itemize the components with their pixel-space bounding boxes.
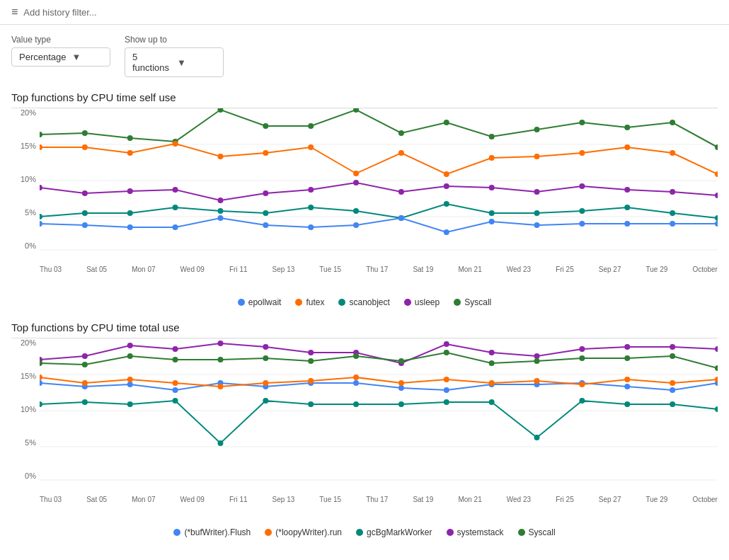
- svg-point-11: [308, 123, 314, 129]
- y2-label-5: 5%: [11, 438, 36, 447]
- svg-point-31: [489, 155, 495, 161]
- x-label: Wed 23: [507, 265, 531, 273]
- svg-point-26: [263, 150, 268, 156]
- legend-label-futex: futex: [306, 297, 324, 307]
- svg-point-10: [263, 123, 268, 129]
- x2-label: Sep 27: [599, 496, 621, 503]
- svg-point-80: [534, 222, 540, 228]
- y2-label-15: 15%: [11, 372, 36, 380]
- svg-point-168: [670, 401, 675, 407]
- chart2-y-axis: 20% 15% 10% 5% 0%: [11, 338, 36, 480]
- legend2-label-syscall2: Syscall: [529, 527, 556, 537]
- svg-point-115: [444, 350, 449, 355]
- svg-point-47: [489, 185, 495, 190]
- svg-point-95: [263, 344, 268, 350]
- x-label: October: [692, 265, 718, 273]
- svg-point-58: [263, 210, 268, 216]
- svg-point-94: [217, 341, 223, 346]
- svg-point-107: [82, 362, 88, 367]
- svg-point-67: [670, 210, 675, 216]
- svg-point-63: [489, 210, 495, 216]
- svg-point-23: [127, 150, 133, 156]
- chart2-syscall-line: [40, 353, 718, 368]
- legend2-loopy: (*loopyWriter).run: [265, 527, 342, 537]
- svg-point-103: [624, 344, 630, 350]
- svg-point-135: [624, 384, 630, 389]
- x2-label: Sat 19: [413, 496, 433, 503]
- svg-point-70: [82, 222, 88, 228]
- svg-point-130: [398, 385, 404, 391]
- svg-point-56: [173, 205, 178, 210]
- chart1-futex-line: [40, 144, 718, 174]
- chart2-area: 20% 15% 10% 5% 0%: [11, 338, 718, 494]
- svg-point-60: [353, 208, 359, 214]
- svg-point-22: [82, 144, 88, 150]
- show-up-to-value: 5 functions: [132, 52, 171, 73]
- svg-point-91: [82, 353, 88, 359]
- svg-point-125: [173, 387, 178, 393]
- svg-point-30: [444, 171, 449, 177]
- svg-point-51: [670, 189, 675, 195]
- x-label: Tue 15: [319, 265, 341, 273]
- svg-point-25: [217, 154, 223, 159]
- legend2-dot-syscall2: [518, 529, 525, 536]
- legend-label-usleep: usleep: [415, 297, 440, 307]
- legend2-dot-gcbg: [356, 529, 363, 536]
- svg-point-39: [127, 188, 133, 194]
- svg-point-6: [82, 130, 88, 136]
- svg-point-116: [489, 360, 495, 366]
- chart1-container: 20% 15% 10% 5% 0%: [11, 108, 718, 292]
- chart2-gcbg-line: [40, 401, 718, 443]
- x-label: Thu 17: [366, 265, 388, 273]
- svg-point-41: [217, 198, 223, 203]
- svg-point-62: [444, 201, 449, 207]
- legend2-label-systemstack: systemstack: [457, 527, 504, 537]
- svg-point-38: [82, 190, 88, 196]
- x-label: Sat 19: [413, 265, 433, 273]
- svg-point-71: [127, 224, 133, 230]
- svg-point-121: [715, 365, 718, 371]
- svg-point-75: [308, 224, 314, 230]
- svg-point-35: [670, 150, 675, 156]
- legend-usleep: usleep: [404, 297, 440, 307]
- svg-point-159: [263, 398, 268, 404]
- show-up-to-select[interactable]: 5 functions ▼: [125, 47, 224, 77]
- svg-point-113: [353, 353, 359, 359]
- svg-point-24: [173, 141, 178, 147]
- svg-point-37: [40, 185, 42, 190]
- svg-point-142: [217, 384, 223, 389]
- x-label: Tue 29: [646, 265, 668, 273]
- legend-epollwait: epollwait: [238, 297, 282, 307]
- x2-label: Wed 23: [507, 496, 531, 503]
- value-type-value: Percentage: [19, 52, 67, 62]
- svg-point-169: [715, 406, 718, 412]
- x2-label: Thu 03: [40, 496, 62, 503]
- svg-point-66: [624, 205, 630, 210]
- svg-point-53: [40, 214, 42, 219]
- svg-point-93: [173, 346, 178, 352]
- y2-label-10: 10%: [11, 405, 36, 413]
- svg-point-147: [444, 377, 449, 382]
- value-type-group: Value type Percentage ▼: [11, 35, 110, 67]
- legend2-dot-systemstack: [447, 529, 454, 536]
- chart2-legend: (*bufWriter).Flush (*loopyWriter).run gc…: [11, 522, 718, 547]
- chart1-x-axis: Thu 03 Sat 05 Mon 07 Wed 09 Fri 11 Sep 1…: [11, 265, 718, 273]
- svg-point-50: [624, 187, 630, 193]
- x2-label: Thu 17: [366, 496, 388, 503]
- svg-point-69: [40, 221, 42, 227]
- x-label: Sat 05: [86, 265, 107, 273]
- y2-label-20: 20%: [11, 338, 36, 347]
- x-label: Fri 11: [229, 265, 248, 273]
- svg-point-139: [82, 380, 88, 386]
- value-type-select[interactable]: Percentage ▼: [11, 47, 110, 67]
- svg-point-122: [40, 380, 42, 386]
- x-label: Wed 09: [180, 265, 205, 273]
- x2-label: Wed 09: [180, 496, 205, 503]
- x-label: Fri 25: [556, 265, 574, 273]
- svg-point-106: [40, 360, 42, 366]
- svg-point-14: [444, 120, 449, 125]
- svg-point-158: [217, 440, 223, 446]
- svg-point-27: [308, 144, 314, 150]
- value-type-label: Value type: [11, 35, 110, 45]
- svg-point-149: [534, 378, 540, 384]
